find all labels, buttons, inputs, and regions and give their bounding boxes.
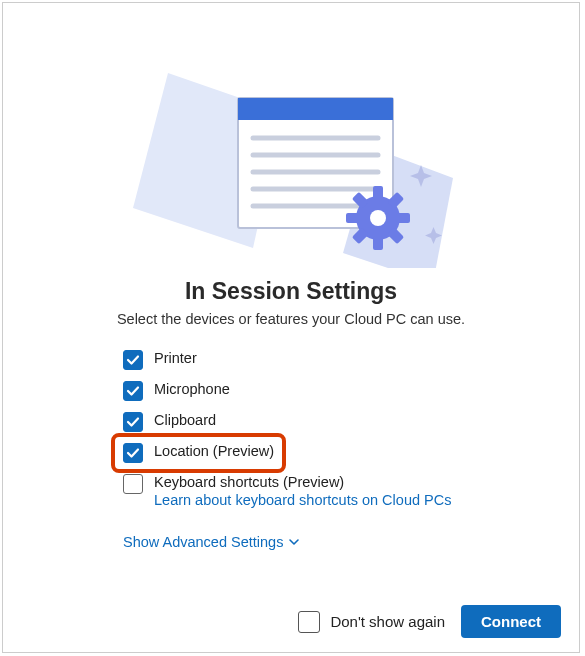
hero-illustration xyxy=(3,3,579,268)
option-label-keyboard: Keyboard shortcuts (Preview) xyxy=(154,473,451,490)
checkbox-keyboard[interactable] xyxy=(123,474,143,494)
checkbox-printer[interactable] xyxy=(123,350,143,370)
dont-show-label: Don't show again xyxy=(330,613,445,630)
check-icon xyxy=(126,415,140,429)
option-keyboard: Keyboard shortcuts (Preview) Learn about… xyxy=(123,473,579,508)
checkbox-microphone[interactable] xyxy=(123,381,143,401)
check-icon xyxy=(126,446,140,460)
option-label-location: Location (Preview) xyxy=(154,442,274,459)
svg-rect-13 xyxy=(396,213,410,223)
dialog-subtitle: Select the devices or features your Clou… xyxy=(3,311,579,327)
svg-rect-12 xyxy=(346,213,360,223)
check-icon xyxy=(126,353,140,367)
chevron-down-icon xyxy=(288,536,300,548)
connect-button[interactable]: Connect xyxy=(461,605,561,638)
learn-keyboard-link[interactable]: Learn about keyboard shortcuts on Cloud … xyxy=(154,492,451,508)
advanced-link-label: Show Advanced Settings xyxy=(123,534,283,550)
settings-illustration xyxy=(3,3,579,268)
svg-point-18 xyxy=(370,210,386,226)
check-icon xyxy=(126,384,140,398)
option-clipboard: Clipboard xyxy=(123,411,579,432)
checkbox-dont-show[interactable] xyxy=(298,611,320,633)
option-microphone: Microphone xyxy=(123,380,579,401)
show-advanced-link[interactable]: Show Advanced Settings xyxy=(123,534,300,550)
svg-rect-10 xyxy=(373,186,383,200)
dont-show-again[interactable]: Don't show again xyxy=(298,610,445,633)
checkbox-clipboard[interactable] xyxy=(123,412,143,432)
option-label-printer: Printer xyxy=(154,349,197,366)
option-label-microphone: Microphone xyxy=(154,380,230,397)
checkbox-location[interactable] xyxy=(123,443,143,463)
svg-rect-3 xyxy=(238,98,393,120)
options-list: Printer Microphone Clipboard Location (P… xyxy=(3,349,579,508)
dialog-footer: Don't show again Connect xyxy=(298,605,561,638)
option-location: Location (Preview) xyxy=(123,442,579,463)
svg-rect-11 xyxy=(373,236,383,250)
option-printer: Printer xyxy=(123,349,579,370)
session-settings-dialog: In Session Settings Select the devices o… xyxy=(2,2,580,653)
option-label-clipboard: Clipboard xyxy=(154,411,216,428)
dialog-title: In Session Settings xyxy=(3,278,579,305)
